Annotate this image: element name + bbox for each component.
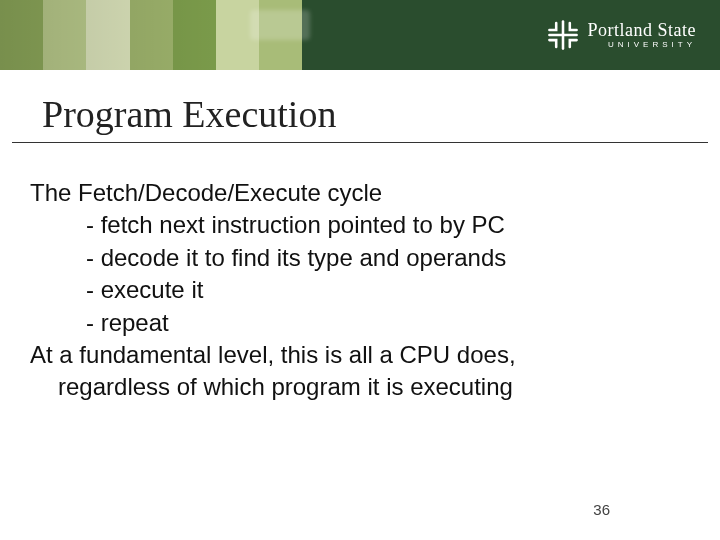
brand-sub: UNIVERSITY [588,41,697,49]
conclusion: At a fundamental level, this is all a CP… [30,339,690,404]
university-logo: Portland State UNIVERSITY [546,18,697,52]
list-item: - decode it to find its type and operand… [86,242,690,274]
brand-name: Portland State [588,21,697,39]
bullet-list: - fetch next instruction pointed to by P… [30,209,690,339]
slide: Portland State UNIVERSITY Program Execut… [0,0,720,540]
logo-text: Portland State UNIVERSITY [588,21,697,49]
list-item: - repeat [86,307,690,339]
conclusion-line2: regardless of which program it is execut… [30,371,690,403]
slide-body: The Fetch/Decode/Execute cycle - fetch n… [0,143,720,404]
list-item: - fetch next instruction pointed to by P… [86,209,690,241]
slide-title: Program Execution [12,70,708,143]
logo-mark-icon [546,18,580,52]
page-number: 36 [593,501,610,518]
header-banner: Portland State UNIVERSITY [0,0,720,70]
intro-line: The Fetch/Decode/Execute cycle [30,177,690,209]
conclusion-line1: At a fundamental level, this is all a CP… [30,341,516,368]
list-item: - execute it [86,274,690,306]
